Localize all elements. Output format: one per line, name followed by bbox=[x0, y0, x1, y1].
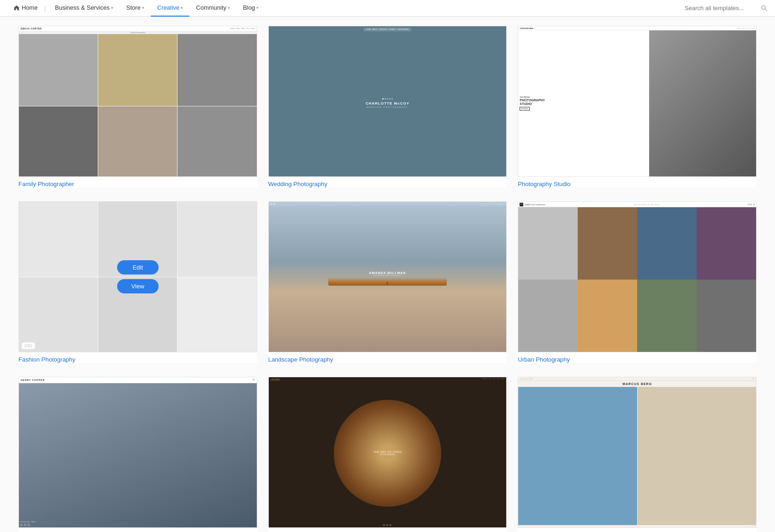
view-button[interactable]: View bbox=[117, 279, 159, 293]
view-button[interactable]: View bbox=[117, 104, 159, 118]
card-label-studio: Photography Studio bbox=[518, 181, 757, 187]
template-card-family-photographer[interactable]: EMILIA CARTER PortfolioAboutWorksBioCont… bbox=[18, 26, 257, 187]
chevron-down-icon: ▾ bbox=[111, 6, 113, 10]
edit-button[interactable]: Edit bbox=[616, 85, 658, 99]
nav-label-creative: Creative bbox=[157, 4, 179, 11]
nav-item-community[interactable]: Community ▾ bbox=[189, 0, 237, 17]
edit-button[interactable]: Edit bbox=[117, 85, 159, 99]
card-thumb-portfolio: HENRY COOPER ≡ Untermenschen · Silence bbox=[18, 377, 257, 528]
edit-button[interactable]: Edit bbox=[367, 260, 408, 275]
chevron-down-icon: ▾ bbox=[228, 6, 230, 10]
view-button[interactable]: View bbox=[367, 279, 408, 293]
nav-item-creative[interactable]: Creative ▾ bbox=[151, 0, 189, 17]
chevron-down-icon: ▾ bbox=[142, 6, 144, 10]
card-thumb-food: LALISSA PortfolioAboutMenuBlogContact TH… bbox=[268, 377, 507, 528]
nav-divider-1: | bbox=[44, 5, 46, 12]
template-card-photography-portfolio[interactable]: HENRY COOPER ≡ Untermenschen · Silence bbox=[18, 377, 257, 532]
home-icon bbox=[14, 5, 19, 11]
nav-item-blog[interactable]: Blog ▾ bbox=[237, 0, 265, 17]
edit-button[interactable]: Edit bbox=[616, 436, 658, 450]
view-button[interactable]: View bbox=[616, 104, 658, 118]
template-card-landscape-photography[interactable]: A—W HOME PORTFOLIO BIO STORE ♡ 0 bbox=[268, 201, 507, 363]
edit-button[interactable]: Edit bbox=[367, 85, 408, 99]
template-card-photography-studio[interactable]: JOHN MICHAEL PortfolioServicesAboutConta… bbox=[518, 26, 757, 187]
template-card-art-photographer[interactable]: WORKARTSPRINTS ⊡ MARCUS BERG f☆ bbox=[518, 377, 757, 532]
template-grid: EMILIA CARTER PortfolioAboutWorksBioCont… bbox=[18, 26, 757, 532]
navbar: Home | Business & Services ▾ Store ▾ Cre… bbox=[0, 0, 775, 17]
main-content: EMILIA CARTER PortfolioAboutWorksBioCont… bbox=[0, 17, 775, 532]
search-area bbox=[685, 5, 768, 12]
card-label-landscape: Landscape Photography bbox=[268, 356, 507, 363]
view-button[interactable]: View bbox=[616, 279, 658, 293]
template-card-fashion-photography[interactable]: Edit View Info Fashion Photography bbox=[18, 201, 257, 363]
svg-point-0 bbox=[762, 6, 765, 9]
card-thumb-wedding: HOME ABOUT PORTFOLIO CONTACT CLIENT ALBU… bbox=[268, 26, 507, 177]
edit-button[interactable]: Edit bbox=[117, 260, 159, 275]
card-overlay-fashion: Edit View bbox=[19, 202, 257, 352]
card-thumb-family: EMILIA CARTER PortfolioAboutWorksBioCont… bbox=[18, 26, 257, 177]
svg-line-1 bbox=[765, 9, 767, 11]
edit-button[interactable]: Edit bbox=[117, 436, 159, 450]
view-button[interactable]: View bbox=[367, 104, 408, 118]
card-thumb-fashion: Edit View Info bbox=[18, 201, 257, 352]
view-button[interactable]: View bbox=[367, 455, 408, 469]
card-label-family: Family Photographer bbox=[18, 181, 257, 187]
template-card-urban-photography[interactable]: ZOEMAK Portfolio URBAN PHOTOGRAPHER Port… bbox=[518, 201, 757, 363]
nav-label-community: Community bbox=[196, 4, 226, 11]
edit-button[interactable]: Edit bbox=[616, 260, 658, 275]
card-thumb-studio: JOHN MICHAEL PortfolioServicesAboutConta… bbox=[518, 26, 757, 177]
edit-button[interactable]: Edit bbox=[367, 436, 408, 450]
nav-items: Home | Business & Services ▾ Store ▾ Cre… bbox=[7, 0, 685, 17]
card-thumb-landscape: A—W HOME PORTFOLIO BIO STORE ♡ 0 bbox=[268, 201, 507, 352]
nav-item-business[interactable]: Business & Services ▾ bbox=[48, 0, 120, 17]
card-label-wedding: Wedding Photography bbox=[268, 181, 507, 187]
chevron-down-icon: ▾ bbox=[256, 6, 259, 10]
template-card-wedding-photography[interactable]: HOME ABOUT PORTFOLIO CONTACT CLIENT ALBU… bbox=[268, 26, 507, 187]
search-icon[interactable] bbox=[761, 5, 768, 12]
card-label-urban: Urban Photography bbox=[518, 356, 757, 363]
nav-home[interactable]: Home bbox=[7, 0, 44, 17]
card-label-fashion: Fashion Photography bbox=[18, 356, 257, 363]
nav-label-blog: Blog bbox=[243, 4, 255, 11]
view-button[interactable]: View bbox=[616, 455, 658, 469]
nav-item-store[interactable]: Store ▾ bbox=[120, 0, 151, 17]
template-card-food-photographer[interactable]: LALISSA PortfolioAboutMenuBlogContact TH… bbox=[268, 377, 507, 532]
nav-home-label: Home bbox=[22, 4, 38, 11]
card-thumb-art: WORKARTSPRINTS ⊡ MARCUS BERG f☆ bbox=[518, 377, 757, 528]
card-thumb-urban: ZOEMAK Portfolio URBAN PHOTOGRAPHER Port… bbox=[518, 201, 757, 352]
nav-label-business: Business & Services bbox=[55, 4, 110, 11]
nav-label-store: Store bbox=[126, 4, 141, 11]
chevron-down-icon: ▾ bbox=[181, 6, 183, 10]
search-input[interactable] bbox=[685, 5, 758, 12]
view-button[interactable]: View bbox=[117, 455, 159, 469]
